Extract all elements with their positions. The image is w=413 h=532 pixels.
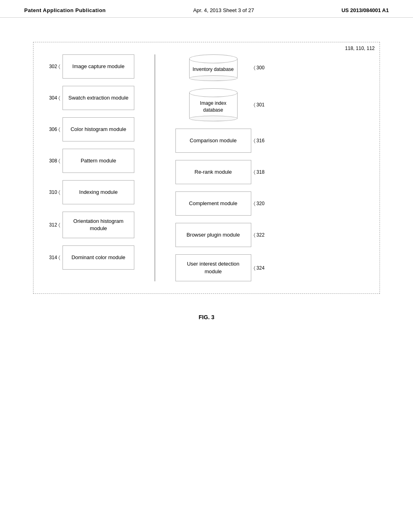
border-ref-label: 118, 110, 112	[345, 46, 375, 51]
label-308: 308 〈	[46, 158, 60, 164]
label-316: 〈 316	[254, 138, 268, 143]
header-center: Apr. 4, 2013 Sheet 3 of 27	[193, 7, 254, 13]
module-324-row: User interest detection module 〈 324	[175, 254, 268, 281]
module-318-row: Re-rank module 〈 318	[175, 160, 268, 184]
module-318: Re-rank module	[175, 160, 251, 184]
page-header: Patent Application Publication Apr. 4, 2…	[0, 0, 413, 18]
module-302-row: 302 〈 Image capture module	[46, 54, 134, 79]
cylinder-301: Image index database	[175, 88, 251, 122]
module-312-row: 312 〈 Orientation histogram module	[46, 212, 134, 238]
label-302: 302 〈	[46, 64, 60, 69]
left-column: 302 〈 Image capture module 304 〈 Swatch …	[46, 54, 134, 281]
module-300-row: Inventory database 〈 300	[175, 54, 268, 81]
module-310-row: 310 〈 Indexing module	[46, 180, 134, 204]
label-300: 〈 300	[254, 65, 268, 71]
fig-caption: FIG. 3	[0, 314, 413, 320]
label-312: 312 〈	[46, 222, 60, 228]
module-308: Pattern module	[63, 149, 134, 173]
label-320: 〈 320	[254, 201, 268, 206]
module-312: Orientation histogram module	[63, 212, 134, 238]
cylinder-301-wrapper: Image index database	[175, 88, 251, 122]
cylinder-300: Inventory database	[175, 54, 251, 81]
module-322-row: Browser plugin module 〈 322	[175, 223, 268, 247]
label-301: 〈 301	[254, 102, 268, 108]
label-318: 〈 318	[254, 169, 268, 175]
module-304-row: 304 〈 Swatch extraction module	[46, 86, 134, 110]
module-306-row: 306 〈 Color histogram module	[46, 117, 134, 141]
diagram-area: 118, 110, 112 302 〈 Image capture module…	[0, 18, 413, 306]
module-301-row: Image index database 〈 301	[175, 88, 268, 122]
header-right: US 2013/084001 A1	[342, 7, 389, 13]
module-314: Dominant color module	[63, 245, 134, 270]
module-314-row: 314 〈 Dominant color module	[46, 245, 134, 270]
module-316-row: Comparison module 〈 316	[175, 129, 268, 153]
label-314: 314 〈	[46, 255, 60, 260]
label-306: 306 〈	[46, 127, 60, 132]
columns-wrapper: 302 〈 Image capture module 304 〈 Swatch …	[46, 54, 367, 281]
cylinder-301-bottom	[189, 116, 238, 121]
module-304: Swatch extraction module	[63, 86, 134, 110]
module-324: User interest detection module	[175, 254, 251, 281]
label-324: 〈 324	[254, 265, 268, 271]
vertical-divider	[154, 54, 155, 281]
module-320-row: Complement module 〈 320	[175, 191, 268, 216]
module-302: Image capture module	[63, 54, 134, 79]
label-310: 310 〈	[46, 189, 60, 195]
label-322: 〈 322	[254, 232, 268, 238]
cylinder-300-bottom	[189, 75, 238, 81]
cylinder-301-top	[189, 88, 238, 97]
module-308-row: 308 〈 Pattern module	[46, 149, 134, 173]
module-310: Indexing module	[63, 180, 134, 204]
cylinder-300-wrapper: Inventory database	[175, 54, 251, 81]
label-304: 304 〈	[46, 95, 60, 101]
module-320: Complement module	[175, 191, 251, 216]
module-322: Browser plugin module	[175, 223, 251, 247]
cylinder-300-top	[189, 54, 238, 63]
diagram-container: 118, 110, 112 302 〈 Image capture module…	[33, 42, 380, 294]
module-316: Comparison module	[175, 129, 251, 153]
module-306: Color histogram module	[63, 117, 134, 141]
header-left: Patent Application Publication	[24, 7, 106, 13]
right-column: Inventory database 〈 300 Image index d	[175, 54, 268, 281]
